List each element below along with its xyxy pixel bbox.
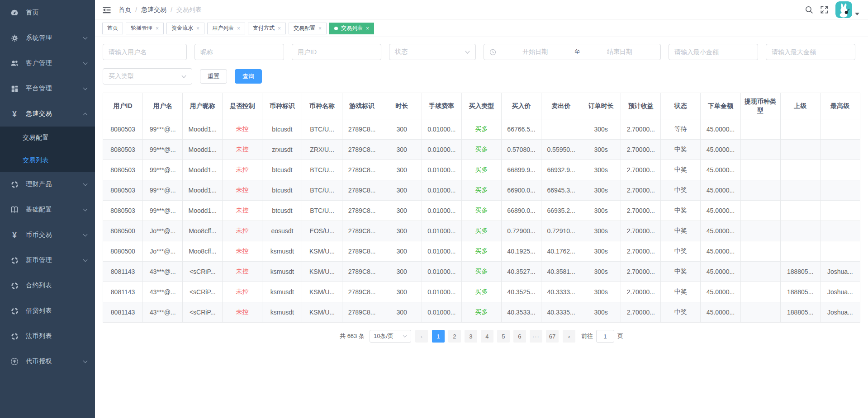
search-button[interactable]: 查询: [235, 69, 262, 84]
user-menu[interactable]: [835, 1, 859, 18]
breadcrumb-express-trade[interactable]: 急速交易: [141, 6, 166, 14]
chevron-down-icon: [83, 258, 88, 262]
table-cell: 188805...: [780, 282, 820, 302]
nickname-input[interactable]: [194, 44, 284, 60]
goto-page-input[interactable]: [596, 330, 614, 343]
table-cell: 45.0000...: [701, 119, 740, 140]
date-end-placeholder[interactable]: 结束日期: [584, 48, 655, 56]
min-amount-input[interactable]: [669, 44, 758, 60]
more-pages-button[interactable]: ···: [530, 330, 542, 343]
table-cell: eosusdt: [262, 221, 302, 241]
table-cell: 66935.2...: [541, 201, 581, 221]
prev-page-button[interactable]: ‹: [415, 330, 428, 343]
sidebar-item-system[interactable]: 系统管理: [0, 25, 95, 51]
sidebar-item-fiat-list[interactable]: 法币列表: [0, 324, 95, 349]
table-cell: [780, 241, 820, 262]
breadcrumb-separator: /: [171, 6, 172, 14]
page-button[interactable]: 5: [497, 330, 510, 343]
table-cell: Joshua...: [820, 302, 860, 323]
tab-item[interactable]: 资金流水×: [166, 23, 204, 34]
page-button[interactable]: 6: [513, 330, 526, 343]
userid-input[interactable]: [292, 44, 381, 60]
breadcrumb-home[interactable]: 首页: [119, 6, 131, 14]
tab-close-icon[interactable]: ×: [278, 26, 281, 31]
table-cell: Moodd1...: [183, 160, 223, 180]
sidebar-item-home[interactable]: 首页: [0, 0, 95, 25]
table-cell: 40.3335...: [541, 302, 581, 323]
tab-active[interactable]: 交易列表×: [329, 23, 374, 34]
page-button[interactable]: 3: [465, 330, 477, 343]
sidebar-item-basic-config[interactable]: 基础配置: [0, 197, 95, 222]
table-cell: 45.0000...: [701, 262, 740, 282]
sidebar-item-label: 急速交易: [26, 110, 84, 118]
column-header: 状态: [661, 93, 701, 119]
tab-close-icon[interactable]: ×: [366, 26, 369, 31]
search-icon[interactable]: [805, 5, 813, 14]
table-cell: 300s: [581, 119, 621, 140]
column-header: 下单金额: [701, 93, 740, 119]
tab-item[interactable]: 支付方式×: [248, 23, 286, 34]
tab-close-icon[interactable]: ×: [156, 26, 159, 31]
max-amount-input[interactable]: [766, 44, 855, 60]
sidebar-collapse-icon[interactable]: [102, 5, 111, 14]
table-cell: 66900.0...: [501, 180, 541, 201]
sidebar-item-token-auth[interactable]: 代币授权: [0, 349, 95, 374]
reset-button[interactable]: 重置: [200, 69, 227, 84]
sidebar-subitem-trade-config[interactable]: 交易配置: [0, 127, 95, 149]
tab-item[interactable]: 用户列表×: [207, 23, 245, 34]
tab-close-icon[interactable]: ×: [318, 26, 322, 31]
table-cell: Moodd1...: [183, 140, 223, 160]
next-page-button[interactable]: ›: [563, 330, 575, 343]
table-cell: EOS/U...: [302, 221, 342, 241]
sidebar-item-new-coin[interactable]: 新币管理: [0, 248, 95, 273]
sidebar-item-finance[interactable]: 理财产品: [0, 172, 95, 197]
sidebar-item-coin-trade[interactable]: ¥币币交易: [0, 222, 95, 248]
sidebar-subitem-trade-list[interactable]: 交易列表: [0, 149, 95, 172]
page-button[interactable]: 4: [481, 330, 493, 343]
topbar-actions: [805, 1, 859, 18]
sidebar-item-contract-list[interactable]: 合约列表: [0, 273, 95, 298]
column-header: 卖出价: [541, 93, 581, 119]
sidebar-item-platform[interactable]: 平台管理: [0, 76, 95, 101]
tab-close-icon[interactable]: ×: [237, 26, 240, 31]
fullscreen-icon[interactable]: [820, 5, 829, 14]
table-cell: 0.72910...: [541, 221, 581, 241]
table-cell: 未控: [223, 119, 262, 140]
table-cell: 188805...: [780, 302, 820, 323]
table-cell: 45.0000...: [701, 160, 740, 180]
page-button[interactable]: 67: [546, 330, 559, 343]
username-input[interactable]: [103, 44, 187, 60]
date-range-picker[interactable]: 开始日期 至 结束日期: [484, 44, 661, 60]
column-header: 订单时长: [581, 93, 621, 119]
tab-item[interactable]: 首页: [102, 23, 123, 34]
table-cell: Moo8cff...: [183, 241, 223, 262]
sidebar-item-express-trade[interactable]: ¥急速交易: [0, 101, 95, 127]
page-button[interactable]: 2: [448, 330, 461, 343]
book-icon: [9, 206, 19, 214]
sidebar-subitem-label: 交易配置: [23, 134, 49, 142]
buy-type-select[interactable]: 买入类型: [103, 68, 192, 85]
status-select[interactable]: 状态: [389, 44, 476, 60]
table-cell: 买多: [461, 221, 501, 241]
table-cell: 45.0000...: [701, 180, 740, 201]
caret-down-icon[interactable]: [855, 9, 859, 18]
page-list: 123456···67: [432, 330, 559, 343]
tab-item[interactable]: 轮播管理×: [126, 23, 164, 34]
sidebar-item-loan-list[interactable]: 借贷列表: [0, 298, 95, 324]
table-cell: [780, 119, 820, 140]
page-size-select[interactable]: 10条/页: [370, 330, 411, 343]
page-size-value: 10条/页: [374, 332, 394, 340]
sidebar-item-customer[interactable]: 客户管理: [0, 51, 95, 76]
avatar[interactable]: [835, 1, 852, 18]
table-cell: Moo8cff...: [183, 221, 223, 241]
tab-item[interactable]: 交易配置×: [289, 23, 327, 34]
table-cell: 中奖: [661, 282, 701, 302]
tab-close-icon[interactable]: ×: [196, 26, 199, 31]
circle-notch-icon: [9, 333, 19, 340]
page-button[interactable]: 1: [432, 330, 445, 343]
table-cell: BTC/U...: [302, 180, 342, 201]
date-start-placeholder[interactable]: 开始日期: [500, 48, 571, 56]
column-header: 提现币种类型: [740, 93, 780, 119]
table-cell: 买多: [461, 302, 501, 323]
table-row: 808114343***@...<sCRiP...未控ksmusdtKSM/U.…: [103, 282, 860, 302]
